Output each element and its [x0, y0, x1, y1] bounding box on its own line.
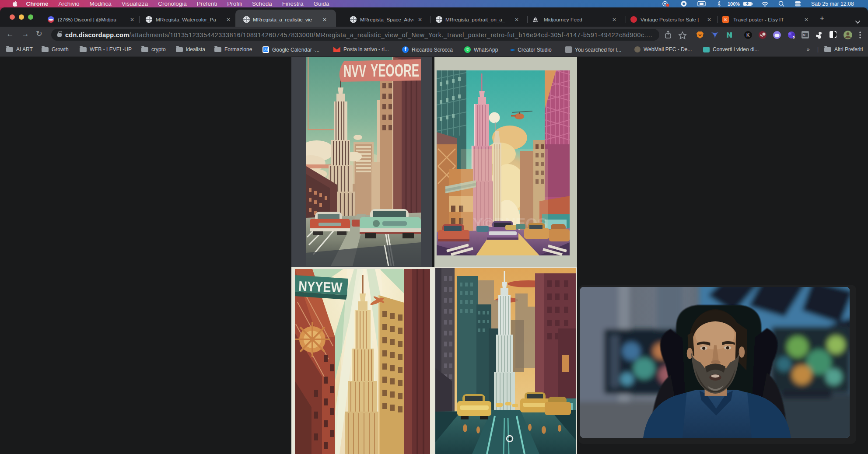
- svg-text:NVV: NVV: [343, 61, 366, 80]
- svg-text:YEOORE: YEOORE: [371, 61, 419, 80]
- svg-text:M: M: [803, 34, 805, 37]
- svg-text:5: 5: [793, 35, 795, 39]
- svg-text:K: K: [746, 32, 750, 38]
- svg-text:100%: 100%: [728, 1, 740, 7]
- svg-text:NYYEW: NYYEW: [298, 278, 343, 295]
